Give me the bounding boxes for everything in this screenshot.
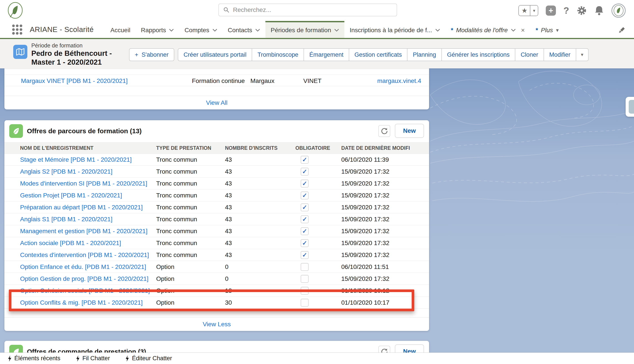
help-icon[interactable]: ? <box>564 5 569 16</box>
view-all-link[interactable]: View All <box>206 99 228 106</box>
col-type: TYPE DE PRESTATION <box>156 145 225 151</box>
contact-type: Formation continue <box>192 78 245 84</box>
required-checkbox: ✓ <box>301 287 308 295</box>
col-required: OBLIGATOIRE <box>296 145 341 151</box>
required-checkbox: ✓ <box>301 180 308 188</box>
record-title: Pedro de Béthencourt - Master 1 - 2020/2… <box>31 49 126 67</box>
view-less-link[interactable]: View Less <box>203 321 231 328</box>
required-checkbox: ✓ <box>301 275 308 283</box>
edit-pencil-icon[interactable] <box>618 26 626 33</box>
chevron-down-icon[interactable] <box>435 29 440 32</box>
plus-icon: + <box>135 52 142 58</box>
nav-tab-p-riodes-de-formation[interactable]: Périodes de formation <box>266 21 344 38</box>
offer-date: 06/10/2020 11:51 <box>341 264 429 270</box>
offer-date: 15/09/2020 17:32 <box>341 275 429 282</box>
nav-tab-modalit-s-de-l-offre[interactable]: * Modalités de l'offre × <box>446 21 530 38</box>
dock-item-label: Fil Chatter <box>82 355 110 362</box>
global-actions-plus-icon[interactable]: + <box>546 6 556 16</box>
offer-name-link[interactable]: Modes d'intervention SI [PDB M1 - 2020/2… <box>20 180 156 187</box>
chevron-down-icon[interactable] <box>212 29 217 32</box>
chevron-down-icon[interactable] <box>511 29 516 32</box>
offer-table-row: Management et gestion [PDB M1 - 2020/202… <box>4 225 429 237</box>
contact-name-link[interactable]: Margaux VINET [PDB M1 - 2020/2021] <box>21 78 128 84</box>
action-planning[interactable]: Planning <box>408 48 442 61</box>
global-header: ★ ▾ + ? <box>0 0 634 21</box>
nav-tab-comptes[interactable]: Comptes <box>179 21 222 38</box>
chevron-down-icon[interactable] <box>169 29 174 32</box>
close-icon[interactable]: × <box>521 26 525 34</box>
favorites-caret-icon[interactable]: ▾ <box>530 6 538 16</box>
offer-name-link[interactable]: Anglais S2 [PDB M1 - 2020/2021] <box>20 168 156 175</box>
user-avatar[interactable] <box>612 4 626 18</box>
notifications-bell-icon[interactable] <box>594 5 604 16</box>
offer-type: Option <box>156 287 225 294</box>
favorites-button-group[interactable]: ★ ▾ <box>518 5 538 16</box>
nav-tab-inscriptions-la-p-riode-de-f-[interactable]: Inscriptions à la période de f... <box>344 21 446 38</box>
action-trombinoscope[interactable]: Trombinoscope <box>252 48 304 61</box>
offer-date: 15/09/2020 17:32 <box>341 252 429 258</box>
search-icon <box>223 6 230 13</box>
nav-tab-plus[interactable]: * Plus ▾ <box>530 21 564 38</box>
favorite-star-icon[interactable]: ★ <box>519 6 530 16</box>
offer-name-link[interactable]: Option Enfance et édu. [PDB M1 - 2020/20… <box>20 264 156 270</box>
offers-card-title: Offres de parcours de formation (13) <box>27 127 142 135</box>
search-input[interactable] <box>233 6 392 14</box>
required-checkbox: ✓ <box>301 168 308 176</box>
offer-name-link[interactable]: Anglais S1 [PDB M1 - 2020/2021] <box>20 216 156 223</box>
dock-item--l-ments-r-cents[interactable]: Éléments récents <box>8 355 60 362</box>
caret-down-icon[interactable]: ▾ <box>556 27 558 33</box>
offer-date: 06/10/2020 11:39 <box>341 156 429 163</box>
offer-count: 13 <box>225 287 296 294</box>
action-g-n-rer-les-inscriptions[interactable]: Générer les inscriptions <box>442 48 516 61</box>
offer-count: 43 <box>225 180 296 187</box>
nav-tab-accueil[interactable]: Accueil <box>105 21 136 38</box>
offer-name-link[interactable]: Contextes d'intervention [PDB M1 - 2020/… <box>20 252 156 258</box>
offer-name-link[interactable]: Stage et Mémoire [PDB M1 - 2020/2021] <box>20 156 156 163</box>
action-modifier[interactable]: Modifier <box>544 48 576 61</box>
new-button[interactable]: New <box>395 124 424 138</box>
offer-count: 43 <box>225 168 296 175</box>
more-actions-caret-button[interactable]: ▾ <box>576 48 588 61</box>
action-button-group: Créer utilisateurs portailTrombinoscopeÉ… <box>178 48 588 61</box>
contact-row: Margaux VINET [PDB M1 - 2020/2021] Forma… <box>4 74 429 86</box>
app-launcher-icon[interactable] <box>12 24 22 35</box>
dock-item-label: Éléments récents <box>14 355 60 362</box>
offer-name-link[interactable]: Gestion Projet [PDB M1 - 2020/2021] <box>20 192 156 199</box>
follow-button[interactable]: + S'abonner <box>129 48 174 61</box>
offer-type: Tronc commun <box>156 204 225 211</box>
offer-name-link[interactable]: Préparation au départ [PDB M1 - 2020/202… <box>20 204 156 211</box>
offer-type: Option <box>156 264 225 270</box>
offer-date: 15/09/2020 17:32 <box>341 204 429 211</box>
offer-name-link[interactable]: Action sociale [PDB M1 - 2020/2021] <box>20 240 156 247</box>
offers-related-list-card: Offres de parcours de formation (13) New… <box>4 120 429 331</box>
chevron-down-icon[interactable] <box>334 29 339 32</box>
offer-name-link[interactable]: Option Cohésion sociale [PDB M1 - 2020/2… <box>20 287 156 294</box>
action-cr-er-utilisateurs-portail[interactable]: Créer utilisateurs portail <box>178 48 252 61</box>
tab-label: Comptes <box>184 27 209 34</box>
offer-name-link[interactable]: Option Gestion de prog. [PDB M1 - 2020/2… <box>20 275 156 282</box>
dock-item-label: Éditeur Chatter <box>132 355 172 362</box>
required-checkbox: ✓ <box>301 263 308 271</box>
action-cloner[interactable]: Cloner <box>515 48 544 61</box>
nav-tab-contacts[interactable]: Contacts <box>222 21 266 38</box>
required-checkbox: ✓ <box>301 299 308 307</box>
collapse-panel-button[interactable] <box>626 97 634 117</box>
offer-type: Tronc commun <box>156 168 225 175</box>
required-checkbox: ✓ <box>301 251 308 259</box>
setup-gear-icon[interactable] <box>577 6 587 16</box>
refresh-button[interactable] <box>378 125 390 137</box>
offer-name-link[interactable]: Management et gestion [PDB M1 - 2020/202… <box>20 228 156 235</box>
dock-item--diteur-chatter[interactable]: Éditeur Chatter <box>125 355 172 362</box>
global-search[interactable] <box>218 4 397 16</box>
tab-label: Inscriptions à la période de f... <box>350 27 432 34</box>
offer-name-link[interactable]: Option Conflits & mig. [PDB M1 - 2020/20… <box>20 299 156 306</box>
dock-item-fil-chatter[interactable]: Fil Chatter <box>76 355 110 362</box>
offer-table-row: Anglais S1 [PDB M1 - 2020/2021] Tronc co… <box>4 213 429 225</box>
offer-table-row: Stage et Mémoire [PDB M1 - 2020/2021] Tr… <box>4 154 429 166</box>
action--margement[interactable]: Émargement <box>304 48 349 61</box>
lightning-bolt-icon <box>8 356 12 362</box>
chevron-down-icon[interactable] <box>255 29 260 32</box>
action-gestion-certificats[interactable]: Gestion certificats <box>349 48 408 61</box>
contact-email-link[interactable]: margaux.vinet.4 <box>377 78 421 84</box>
nav-tab-rapports[interactable]: Rapports <box>136 21 179 38</box>
